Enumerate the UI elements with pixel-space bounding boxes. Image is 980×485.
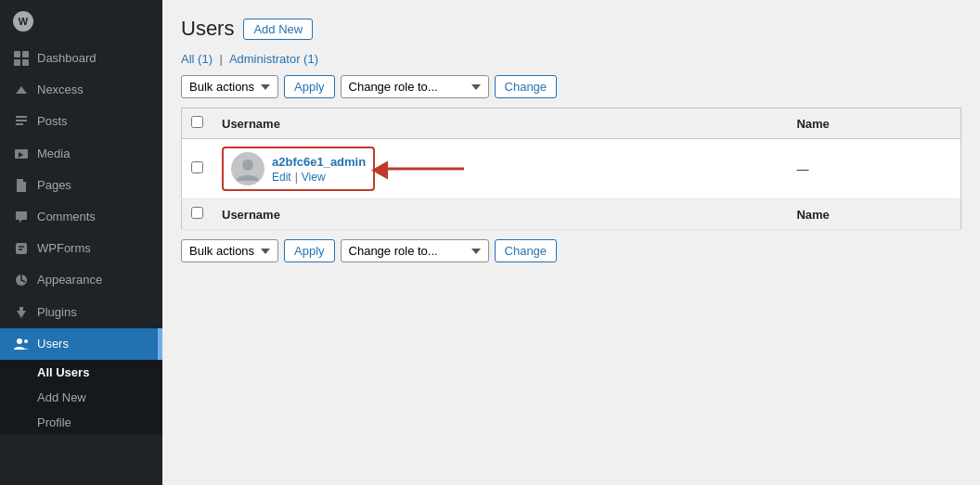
sidebar-item-users[interactable]: Users bbox=[0, 328, 162, 360]
svg-point-7 bbox=[17, 338, 22, 344]
sidebar-item-label: Comments bbox=[37, 209, 96, 225]
row-name-cell: — bbox=[787, 139, 961, 199]
sidebar-item-label: Plugins bbox=[37, 304, 77, 321]
users-table: Username Name bbox=[181, 108, 961, 230]
main-content: Users Add New All (1) | Administrator (1… bbox=[162, 0, 980, 485]
user-info: a2bfc6e1_admin Edit | View bbox=[272, 155, 366, 184]
th-bottom-checkbox bbox=[182, 199, 213, 230]
comments-icon bbox=[13, 209, 30, 225]
sidebar-item-plugins[interactable]: Plugins bbox=[0, 297, 162, 328]
actions-separator: | bbox=[295, 171, 298, 184]
wordpress-icon: W bbox=[13, 11, 33, 32]
submenu-item-add-new[interactable]: Add New bbox=[0, 385, 162, 410]
row-username-cell: a2bfc6e1_admin Edit | View bbox=[213, 139, 787, 199]
posts-icon bbox=[13, 113, 30, 130]
media-icon bbox=[13, 146, 30, 162]
sidebar: W Dashboard Nexcess Posts Media Pages bbox=[0, 0, 162, 485]
bottom-toolbar: Bulk actions Apply Change role to... Cha… bbox=[181, 239, 961, 262]
wpforms-icon bbox=[13, 240, 30, 257]
filter-separator: | bbox=[220, 52, 223, 66]
pages-icon bbox=[13, 177, 30, 194]
sidebar-item-dashboard[interactable]: Dashboard bbox=[0, 43, 162, 74]
table-row: a2bfc6e1_admin Edit | View bbox=[182, 139, 961, 199]
sidebar-item-wpforms[interactable]: WPForms bbox=[0, 233, 162, 264]
sidebar-item-media[interactable]: Media bbox=[0, 138, 162, 170]
user-actions: Edit | View bbox=[272, 171, 366, 184]
plugins-icon bbox=[13, 304, 30, 321]
page-header: Users Add New bbox=[181, 17, 961, 41]
sidebar-item-pages[interactable]: Pages bbox=[0, 170, 162, 201]
bulk-actions-top-select[interactable]: Bulk actions bbox=[181, 75, 278, 98]
th-checkbox bbox=[182, 108, 213, 139]
th-bottom-username: Username bbox=[213, 199, 787, 230]
filter-links: All (1) | Administrator (1) bbox=[181, 52, 961, 66]
change-role-top-select[interactable]: Change role to... bbox=[341, 75, 489, 98]
sidebar-item-label: Appearance bbox=[37, 272, 102, 288]
th-name: Name bbox=[787, 108, 961, 139]
svg-rect-5 bbox=[16, 243, 27, 254]
edit-link[interactable]: Edit bbox=[272, 171, 291, 184]
sidebar-item-appearance[interactable]: Appearance bbox=[0, 264, 162, 296]
svg-rect-3 bbox=[22, 59, 29, 66]
table-header-row: Username Name bbox=[182, 108, 961, 139]
appearance-icon bbox=[13, 272, 30, 288]
sidebar-item-label: Nexcess bbox=[37, 82, 84, 98]
sidebar-item-label: Media bbox=[37, 146, 70, 162]
change-role-bottom-select[interactable]: Change role to... bbox=[341, 239, 489, 262]
page-title: Users bbox=[181, 17, 234, 41]
th-bottom-name: Name bbox=[787, 199, 961, 230]
svg-point-8 bbox=[24, 339, 28, 343]
bulk-actions-bottom-select[interactable]: Bulk actions bbox=[181, 239, 278, 262]
users-icon bbox=[13, 336, 30, 352]
row-checkbox[interactable] bbox=[191, 161, 203, 173]
sidebar-item-label: Users bbox=[37, 336, 69, 352]
users-submenu: All Users Add New Profile bbox=[0, 360, 162, 435]
add-new-button[interactable]: Add New bbox=[243, 19, 313, 40]
table-footer-header-row: Username Name bbox=[182, 199, 961, 230]
dashboard-icon bbox=[13, 50, 30, 67]
sidebar-item-comments[interactable]: Comments bbox=[0, 201, 162, 233]
sidebar-item-nexcess[interactable]: Nexcess bbox=[0, 74, 162, 106]
apply-bottom-button[interactable]: Apply bbox=[284, 239, 335, 262]
select-all-bottom-checkbox[interactable] bbox=[191, 207, 203, 219]
avatar bbox=[231, 152, 264, 185]
submenu-item-profile[interactable]: Profile bbox=[0, 410, 162, 435]
apply-top-button[interactable]: Apply bbox=[284, 75, 335, 98]
filter-administrator-link[interactable]: Administrator (1) bbox=[229, 52, 318, 66]
row-checkbox-cell bbox=[182, 139, 213, 199]
sidebar-item-label: Dashboard bbox=[37, 50, 97, 67]
view-link[interactable]: View bbox=[302, 171, 326, 184]
change-top-button[interactable]: Change bbox=[495, 75, 558, 98]
sidebar-item-label: WPForms bbox=[37, 240, 91, 257]
submenu-item-all-users[interactable]: All Users bbox=[0, 360, 162, 385]
top-toolbar: Bulk actions Apply Change role to... Cha… bbox=[181, 75, 961, 98]
sidebar-item-label: Pages bbox=[37, 177, 71, 194]
sidebar-logo: W bbox=[0, 0, 162, 43]
arrow-annotation bbox=[380, 168, 464, 171]
svg-rect-1 bbox=[22, 51, 29, 57]
nexcess-icon bbox=[13, 82, 30, 98]
svg-point-9 bbox=[242, 160, 253, 171]
filter-all-link[interactable]: All (1) bbox=[181, 52, 216, 66]
change-bottom-button[interactable]: Change bbox=[495, 239, 558, 262]
sidebar-item-label: Posts bbox=[37, 113, 68, 130]
username-link[interactable]: a2bfc6e1_admin bbox=[272, 155, 366, 169]
user-highlight-box: a2bfc6e1_admin Edit | View bbox=[222, 147, 375, 191]
svg-rect-0 bbox=[14, 51, 20, 57]
sidebar-item-posts[interactable]: Posts bbox=[0, 106, 162, 137]
name-value: — bbox=[796, 162, 808, 176]
svg-rect-2 bbox=[14, 59, 20, 66]
select-all-checkbox[interactable] bbox=[191, 116, 203, 128]
th-username: Username bbox=[213, 108, 787, 139]
